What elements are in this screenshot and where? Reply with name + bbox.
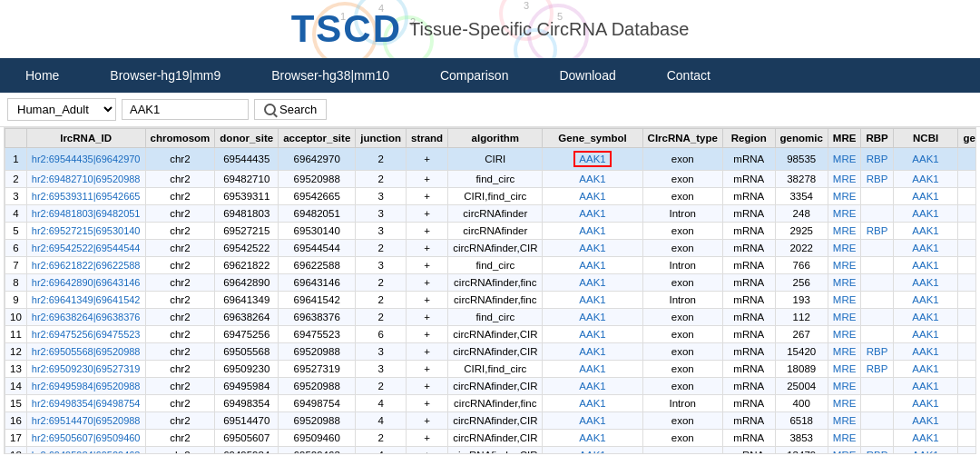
gene-symbol-cell[interactable]: AAK1 bbox=[543, 274, 642, 292]
table-cell[interactable]: hr2:69495984|69509463 bbox=[26, 447, 145, 455]
nav-comparison[interactable]: Comparison bbox=[415, 58, 534, 93]
table-cell[interactable]: AAK1 bbox=[958, 148, 976, 171]
table-cell[interactable]: hr2:69514470|69520988 bbox=[26, 412, 145, 430]
table-cell[interactable]: hr2:69509230|69527319 bbox=[26, 361, 145, 378]
table-cell[interactable]: AAK1 bbox=[958, 223, 976, 240]
table-cell[interactable]: MRE bbox=[828, 412, 861, 430]
table-cell[interactable]: AAK1 bbox=[958, 257, 976, 274]
table-cell[interactable]: AAK1 bbox=[958, 188, 976, 205]
nav-download[interactable]: Download bbox=[534, 58, 641, 93]
gene-symbol-cell[interactable]: AAK1 bbox=[543, 188, 642, 205]
table-cell[interactable]: AAK1 bbox=[958, 361, 976, 378]
table-cell[interactable]: AAK1 bbox=[958, 447, 976, 455]
table-cell[interactable]: AAK1 bbox=[958, 309, 976, 326]
search-input[interactable] bbox=[122, 99, 249, 120]
table-cell[interactable]: AAK1 bbox=[893, 378, 958, 395]
table-cell[interactable]: AAK1 bbox=[958, 378, 976, 395]
table-cell[interactable]: hr2:69481803|69482051 bbox=[26, 205, 145, 223]
table-cell[interactable]: AAK1 bbox=[893, 309, 958, 326]
nav-home[interactable]: Home bbox=[0, 58, 84, 93]
table-cell[interactable]: hr2:69621822|69622588 bbox=[26, 257, 145, 274]
gene-symbol-cell[interactable]: AAK1 bbox=[543, 309, 642, 326]
gene-symbol-cell[interactable]: AAK1 bbox=[543, 395, 642, 412]
table-cell[interactable]: MRE bbox=[828, 171, 861, 188]
gene-symbol-cell[interactable]: AAK1 bbox=[543, 223, 642, 240]
table-cell[interactable]: AAK1 bbox=[958, 292, 976, 309]
table-cell[interactable]: RBP bbox=[861, 361, 893, 378]
table-cell[interactable]: AAK1 bbox=[893, 148, 958, 171]
table-cell[interactable]: AAK1 bbox=[958, 343, 976, 361]
gene-symbol-cell[interactable]: AAK1 bbox=[543, 292, 642, 309]
table-cell[interactable]: AAK1 bbox=[893, 240, 958, 257]
table-cell[interactable]: AAK1 bbox=[893, 343, 958, 361]
table-cell[interactable]: MRE bbox=[828, 326, 861, 343]
table-cell[interactable]: MRE bbox=[828, 205, 861, 223]
gene-symbol-cell[interactable]: AAK1 bbox=[543, 257, 642, 274]
table-cell[interactable]: MRE bbox=[828, 447, 861, 455]
table-cell[interactable]: AAK1 bbox=[893, 412, 958, 430]
table-cell[interactable]: hr2:69498354|69498754 bbox=[26, 395, 145, 412]
table-cell[interactable]: hr2:69542522|69544544 bbox=[26, 240, 145, 257]
table-cell[interactable]: MRE bbox=[828, 292, 861, 309]
table-cell[interactable]: AAK1 bbox=[893, 274, 958, 292]
table-cell[interactable]: hr2:69505607|69509460 bbox=[26, 430, 145, 447]
table-cell[interactable]: MRE bbox=[828, 430, 861, 447]
table-cell[interactable]: hr2:69475256|69475523 bbox=[26, 326, 145, 343]
table-cell[interactable]: hr2:69527215|69530140 bbox=[26, 223, 145, 240]
gene-symbol-cell[interactable]: AAK1 bbox=[543, 148, 642, 171]
gene-symbol-cell[interactable]: AAK1 bbox=[543, 447, 642, 455]
table-cell[interactable]: hr2:69641349|69641542 bbox=[26, 292, 145, 309]
table-cell[interactable]: AAK1 bbox=[958, 274, 976, 292]
table-cell[interactable]: AAK1 bbox=[893, 257, 958, 274]
table-cell[interactable]: AAK1 bbox=[893, 430, 958, 447]
table-cell[interactable]: MRE bbox=[828, 378, 861, 395]
table-cell[interactable]: AAK1 bbox=[958, 326, 976, 343]
table-cell[interactable]: AAK1 bbox=[958, 395, 976, 412]
table-cell[interactable]: MRE bbox=[828, 309, 861, 326]
table-cell[interactable]: hr2:69482710|69520988 bbox=[26, 171, 145, 188]
gene-symbol-cell[interactable]: AAK1 bbox=[543, 361, 642, 378]
table-cell[interactable]: hr2:69495984|69520988 bbox=[26, 378, 145, 395]
table-cell[interactable]: AAK1 bbox=[958, 240, 976, 257]
gene-symbol-cell[interactable]: AAK1 bbox=[543, 343, 642, 361]
table-cell[interactable]: hr2:69505568|69520988 bbox=[26, 343, 145, 361]
table-cell[interactable]: hr2:69642890|69643146 bbox=[26, 274, 145, 292]
table-cell[interactable]: AAK1 bbox=[893, 223, 958, 240]
table-cell[interactable]: MRE bbox=[828, 274, 861, 292]
table-cell[interactable]: MRE bbox=[828, 343, 861, 361]
table-cell[interactable]: AAK1 bbox=[893, 292, 958, 309]
gene-symbol-cell[interactable]: AAK1 bbox=[543, 240, 642, 257]
table-cell[interactable]: MRE bbox=[828, 361, 861, 378]
nav-contact[interactable]: Contact bbox=[642, 58, 736, 93]
gene-symbol-cell[interactable]: AAK1 bbox=[543, 378, 642, 395]
table-cell[interactable]: RBP bbox=[861, 171, 893, 188]
table-cell[interactable]: RBP bbox=[861, 447, 893, 455]
table-cell[interactable]: MRE bbox=[828, 223, 861, 240]
nav-browser-hg38[interactable]: Browser-hg38|mm10 bbox=[246, 58, 415, 93]
gene-symbol-cell[interactable]: AAK1 bbox=[543, 205, 642, 223]
gene-symbol-cell[interactable]: AAK1 bbox=[543, 171, 642, 188]
table-cell[interactable]: AAK1 bbox=[958, 171, 976, 188]
gene-symbol-cell[interactable]: AAK1 bbox=[543, 326, 642, 343]
table-cell[interactable]: AAK1 bbox=[893, 205, 958, 223]
table-cell[interactable]: AAK1 bbox=[958, 412, 976, 430]
search-button[interactable]: Search bbox=[254, 99, 327, 120]
table-cell[interactable]: AAK1 bbox=[958, 430, 976, 447]
nav-browser-hg19[interactable]: Browser-hg19|mm9 bbox=[84, 58, 246, 93]
table-cell[interactable]: AAK1 bbox=[893, 447, 958, 455]
gene-symbol-cell[interactable]: AAK1 bbox=[543, 430, 642, 447]
table-cell[interactable]: AAK1 bbox=[893, 395, 958, 412]
table-cell[interactable]: AAK1 bbox=[893, 326, 958, 343]
gene-symbol-cell[interactable]: AAK1 bbox=[543, 412, 642, 430]
table-cell[interactable]: AAK1 bbox=[893, 361, 958, 378]
table-cell[interactable]: hr2:69539311|69542665 bbox=[26, 188, 145, 205]
table-cell[interactable]: AAK1 bbox=[893, 171, 958, 188]
table-cell[interactable]: MRE bbox=[828, 257, 861, 274]
table-cell[interactable]: RBP bbox=[861, 223, 893, 240]
table-cell[interactable]: AAK1 bbox=[893, 188, 958, 205]
species-select[interactable]: Human_Adult Human_Fetal Mouse_Adult Mous… bbox=[7, 98, 116, 121]
table-cell[interactable]: RBP bbox=[861, 148, 893, 171]
table-cell[interactable]: MRE bbox=[828, 240, 861, 257]
table-cell[interactable]: RBP bbox=[861, 343, 893, 361]
table-cell[interactable]: MRE bbox=[828, 395, 861, 412]
